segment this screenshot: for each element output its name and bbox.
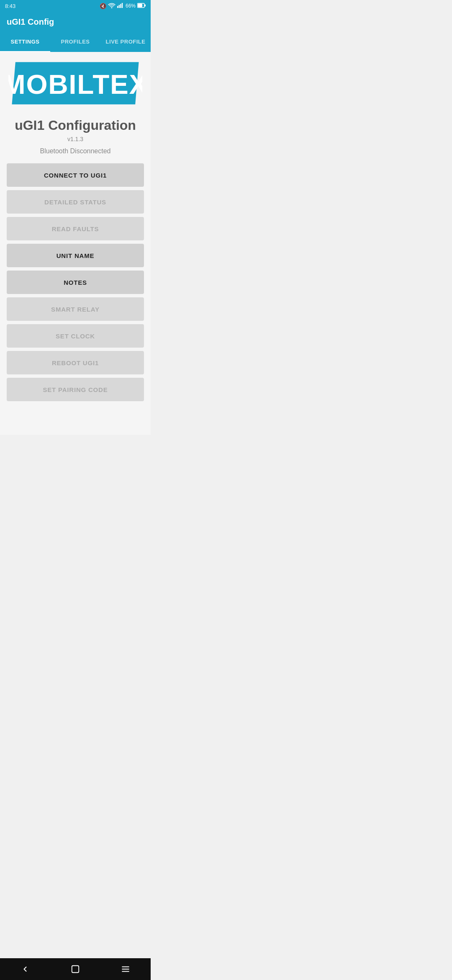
tab-bar: SETTINGS PROFILES LIVE PROFILE — [0, 32, 151, 52]
button-list: CONNECT TO UGI1 DETAILED STATUS READ FAU… — [7, 163, 144, 401]
battery-icon — [137, 3, 146, 9]
battery-display: 66% — [126, 3, 136, 9]
time-display: 8:43 — [5, 3, 15, 9]
svg-text:MOBILTEX: MOBILTEX — [8, 69, 142, 100]
main-content: MOBILTEX uGI1 Configuration v1.1.3 Bluet… — [0, 52, 151, 435]
connect-button[interactable]: CONNECT TO UGI1 — [7, 163, 144, 187]
smart-relay-button[interactable]: SMART RELAY — [7, 297, 144, 321]
tab-live-profile[interactable]: LIVE PROFILE — [100, 32, 151, 51]
svg-point-0 — [111, 7, 113, 8]
mobiltex-logo: MOBILTEX — [8, 60, 142, 106]
status-icons: 🔇 66% — [100, 3, 146, 10]
tab-settings[interactable]: SETTINGS — [0, 32, 50, 51]
app-title: uGI1 Config — [7, 17, 54, 27]
tab-profiles[interactable]: PROFILES — [50, 32, 100, 51]
unit-name-button[interactable]: UNIT NAME — [7, 244, 144, 267]
detailed-status-button[interactable]: DETAILED STATUS — [7, 190, 144, 214]
status-bar: 8:43 🔇 66% — [0, 0, 151, 12]
set-clock-button[interactable]: SET CLOCK — [7, 324, 144, 348]
logo-container: MOBILTEX — [8, 60, 142, 108]
wifi-icon — [108, 3, 116, 10]
version-label: v1.1.3 — [67, 136, 83, 142]
app-bar: uGI1 Config — [0, 12, 151, 32]
signal-icon — [117, 3, 124, 10]
set-pairing-code-button[interactable]: SET PAIRING CODE — [7, 378, 144, 401]
reboot-ugi1-button[interactable]: REBOOT UGI1 — [7, 351, 144, 374]
svg-rect-1 — [117, 6, 118, 8]
bluetooth-status: Bluetooth Disconnected — [40, 147, 111, 155]
notes-button[interactable]: NOTES — [7, 271, 144, 294]
svg-rect-2 — [119, 5, 120, 8]
read-faults-button[interactable]: READ FAULTS — [7, 217, 144, 240]
svg-rect-4 — [122, 3, 123, 8]
svg-rect-7 — [138, 4, 142, 7]
config-title: uGI1 Configuration — [15, 118, 136, 133]
svg-rect-6 — [145, 5, 146, 6]
svg-rect-3 — [120, 4, 121, 8]
mute-icon: 🔇 — [100, 3, 106, 9]
